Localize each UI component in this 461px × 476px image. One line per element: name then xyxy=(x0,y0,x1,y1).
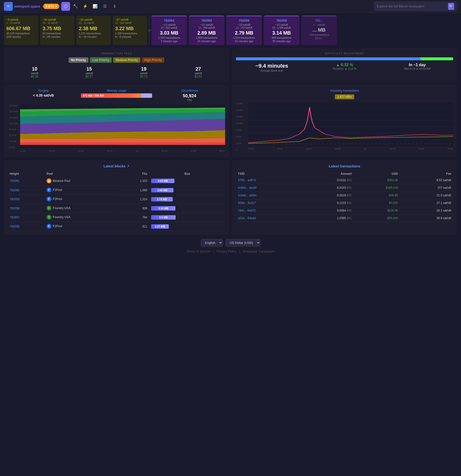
diff-bar-container xyxy=(236,57,453,60)
block-height-1[interactable]: 782060 xyxy=(191,19,222,22)
col-pool: Pool xyxy=(45,171,119,176)
currency-select[interactable]: US Dollar (USD) xyxy=(226,239,260,247)
block-height-3[interactable]: 782058 xyxy=(266,19,297,22)
conf-size-1: 2.89 MB xyxy=(191,30,222,36)
size-cell: 2.89 MB xyxy=(149,186,225,195)
mempool-stats: Purging < 4.35 sat/vB Memory usage 871 M… xyxy=(8,89,225,101)
broadcast-link[interactable]: Broadcast Transaction xyxy=(243,250,275,253)
block-height-cell[interactable]: 782059 xyxy=(8,195,45,204)
fee-badge-medium: Medium Priority xyxy=(113,57,140,63)
memory-bar: 871 MB / 300 MB xyxy=(81,93,152,98)
txid-cell[interactable]: 928d... 5e317 xyxy=(236,199,300,207)
table-row: 782061 ◈ Binance Pool 1,102 3.03 MB xyxy=(8,176,225,186)
mempool-unconfirmed: Unconfirmed 50,924 TXs xyxy=(154,89,225,101)
col-amount: Amount xyxy=(300,171,353,176)
conf-fee-3: ~12 sat/vB10 - 1,006 sat/vB xyxy=(266,23,297,29)
pool-cell: F F2Pool xyxy=(45,186,119,195)
col-usd: USD xyxy=(354,171,400,176)
mempool-block-0: ~9 sat/vB 1 - 10 sat/vB 606.67 MB 48,525… xyxy=(4,16,38,45)
table-row: 782058 f Foundry USA 939 3.14 MB xyxy=(8,204,225,213)
fee-sat-3: 27 xyxy=(171,66,225,72)
block-size-2: 2.38 MB xyxy=(79,26,108,31)
nav-home-button[interactable]: ⬡ xyxy=(61,2,70,11)
block-height-0[interactable]: 782061 xyxy=(154,19,184,22)
txid-cell[interactable]: 4705... a367d xyxy=(236,176,300,184)
confirmed-block-3[interactable]: 782058 ~12 sat/vB10 - 1,006 sat/vB 3.14 … xyxy=(264,16,299,45)
block-size-1: 3.75 MB xyxy=(43,26,72,31)
confirmed-block-0[interactable]: 782061 ~12 sat/vB11 - 501 sat/vB 3.03 MB… xyxy=(151,16,187,45)
fee-cell: 28.1 sat/vB xyxy=(400,207,453,214)
confirmed-block-1[interactable]: 782060 ~15 sat/vB11 - 469 sat/vB 2.89 MB… xyxy=(189,16,224,45)
diff-eta-date: March 24 at 10:50 AM xyxy=(381,67,453,70)
block-time-0: (205 blocks) xyxy=(6,35,36,38)
block-time-2: In ~19 minutes xyxy=(79,35,108,38)
conf-size-0: 3.03 MB xyxy=(154,30,184,36)
txid-cell[interactable]: 1c4a6... a86fe xyxy=(236,192,300,199)
confirmed-block-4[interactable]: 782... ~... sat/vB ... MB 764 transactio… xyxy=(301,16,337,45)
block-height-cell[interactable]: 782056 xyxy=(8,222,45,231)
col-height: Height xyxy=(8,171,45,176)
search-input[interactable] xyxy=(377,4,446,8)
conf-txs-0: 1,102 transactions xyxy=(154,36,184,39)
confirmed-block-2[interactable]: 782059 ~15 sat/vB12 - 270 sat/vB 2.79 MB… xyxy=(226,16,262,45)
top-panels-row: TRANSACTION FEES No Priority Low Priorit… xyxy=(4,48,457,82)
latest-blocks-link-icon[interactable]: ↗ xyxy=(127,164,129,168)
txid-cell[interactable]: a514... 64edd xyxy=(236,214,300,222)
btc-badge[interactable]: ₿ BTC ▾ xyxy=(43,4,59,9)
chart-x-labels-mempool: 23:0023:1523:3023:452300:1500:3000:45 xyxy=(20,149,225,153)
size-cell: 3.14 MB xyxy=(149,204,225,213)
nav-chart-button[interactable]: 📊 xyxy=(91,2,99,11)
table-row: a514... 64edd 1.2585 BTC $34,434 36.9 sa… xyxy=(236,214,453,222)
memory-label: Memory usage xyxy=(81,89,152,92)
block-fee-top-0: ~9 sat/vB xyxy=(6,18,36,21)
incoming-rate: 1,677 vB/s xyxy=(335,94,354,99)
chart-x-labels-incoming: 23:0023:1523:3023:452300:1500:3000:45 xyxy=(248,147,453,150)
table-row: 928d... 5e317 0.1215 BTC $3,325 27.1 sat… xyxy=(236,199,453,207)
language-select[interactable]: English xyxy=(201,239,223,247)
fee-unit-3: sat/vB xyxy=(171,72,225,75)
incoming-chart-area: 21,000 18,000 15,000 12,000 9,000 6,000 … xyxy=(236,102,453,151)
privacy-link[interactable]: Privacy Policy xyxy=(217,250,236,253)
usd-cell: $3,325 xyxy=(354,199,400,207)
svg-marker-8 xyxy=(20,138,225,142)
diff-bar xyxy=(236,57,453,60)
fee-unit-1: sat/vB xyxy=(62,72,116,75)
table-row: 1c4a6... a86fe 0.0018 BTC $49.90 21.0 sa… xyxy=(236,192,453,199)
block-height-2[interactable]: 782059 xyxy=(229,19,259,22)
logo: m mempool.space xyxy=(4,2,40,11)
txid-cell[interactable]: 794c... 84d70 xyxy=(236,207,300,214)
conf-size-3: 3.14 MB xyxy=(266,30,297,36)
diff-avg-time: ~9.4 minutes xyxy=(236,63,308,69)
block-height-4[interactable]: 782... xyxy=(304,19,334,22)
fee-values: 10 sat/vB $0.38 15 sat/vB $0.57 19 sat/v… xyxy=(8,66,225,78)
nav-bar: ⬡ 🔨 ⚡ 📊 ☰ ℹ xyxy=(61,2,119,11)
fee-val-1: 15 sat/vB $0.57 xyxy=(62,66,116,78)
amount-cell: 0.0084 BTC xyxy=(300,207,353,214)
mempool-block-1: ~10 sat/vB 10 - 10 sat/vB 3.75 MB 62 tra… xyxy=(40,16,74,45)
logo-text: mempool.space xyxy=(14,4,40,8)
search-button[interactable]: 🔍 xyxy=(448,3,454,10)
txid-cell[interactable]: ec8d3... da16f xyxy=(236,184,300,192)
block-height-cell[interactable]: 782057 xyxy=(8,213,45,222)
block-height-cell[interactable]: 782060 xyxy=(8,186,45,195)
difficulty-title: DIFFICULTY ADJUSTMENT xyxy=(236,52,453,55)
block-txs-0: 48,525 transactions xyxy=(6,32,36,35)
nav-info-button[interactable]: ℹ xyxy=(110,2,119,11)
diff-avg-label: Average block time xyxy=(236,69,308,72)
fee-usd-2: $0.73 xyxy=(117,75,171,78)
main-content: ~9 sat/vB 1 - 10 sat/vB 606.67 MB 48,525… xyxy=(0,13,461,260)
block-height-cell[interactable]: 782058 xyxy=(8,204,45,213)
terms-link[interactable]: Terms of Service xyxy=(186,250,210,253)
size-cell: 2.79 MB xyxy=(149,195,225,204)
block-txs-3: 1,100 transactions xyxy=(115,32,145,35)
nav-tools-button[interactable]: 🔨 xyxy=(71,2,80,11)
block-height-cell[interactable]: 782061 xyxy=(8,176,45,186)
chart-y-labels: 210 MvB 180 MvB 150 MvB 120 MvB 90 MvB 6… xyxy=(8,104,20,149)
nav-list-button[interactable]: ☰ xyxy=(100,2,109,11)
conf-size-4: ... MB xyxy=(304,27,334,33)
fee-val-2: 19 sat/vB $0.73 xyxy=(117,66,171,78)
conf-txs-2: 1,314 transactions xyxy=(229,36,259,39)
nav-lightning-button[interactable]: ⚡ xyxy=(81,2,90,11)
txs-cell: 811 xyxy=(119,222,149,231)
latest-tx-table: TXID Amount USD Fee 4705... a367d 0.0132… xyxy=(236,171,453,222)
